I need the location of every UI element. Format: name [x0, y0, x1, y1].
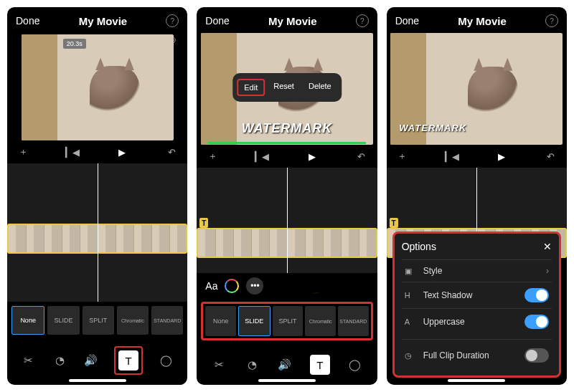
phone-screen-2: Done My Movie ? WATERMARK Edit Reset Del… [197, 7, 377, 385]
home-indicator[interactable] [448, 379, 505, 382]
toolbar: ✂ ◔ 🔊 T ◯ [7, 339, 187, 385]
option-uppercase: A Uppercase [402, 308, 552, 335]
timeline[interactable]: T [197, 168, 377, 273]
close-icon[interactable]: ✕ [543, 241, 552, 252]
style-split[interactable]: SPLIT [273, 306, 304, 336]
full-clip-toggle[interactable] [524, 348, 549, 363]
style-slide[interactable]: SLIDE [238, 306, 270, 336]
prev-icon[interactable]: ▎◀ [446, 150, 458, 162]
text-styles-row: None SLIDE SPLIT Chromatic STANDARD [201, 302, 372, 340]
title: My Movie [79, 15, 128, 27]
option-text-shadow: H Text Shadow [402, 282, 552, 308]
duration-badge: 20.3s [63, 39, 86, 49]
video-preview[interactable]: 20.3s [22, 34, 174, 140]
color-picker-icon[interactable] [225, 279, 239, 293]
style-split[interactable]: SPLIT [83, 306, 114, 335]
style-chromatic[interactable]: Chromatic [117, 306, 149, 335]
option-label: Style [423, 266, 539, 276]
play-icon[interactable]: ▶ [306, 150, 318, 162]
help-icon[interactable]: ? [545, 14, 558, 27]
play-icon[interactable]: ▶ [496, 150, 507, 162]
option-label: Full Clip Duration [423, 350, 517, 360]
scissors-icon[interactable]: ✂ [21, 353, 37, 368]
uppercase-icon: A [405, 317, 416, 326]
home-indicator[interactable] [69, 379, 126, 382]
shadow-icon: H [405, 291, 416, 300]
text-layer-marker[interactable]: T [199, 218, 208, 228]
option-style[interactable]: ▣ Style › [402, 259, 552, 282]
preview-content [468, 67, 518, 124]
options-panel: Options ✕ ▣ Style › H Text Shadow A Uppe… [392, 231, 561, 378]
font-button[interactable]: Aa [205, 280, 217, 292]
playback-controls: ＋ ▎◀ ▶ ↶ [387, 145, 567, 168]
uppercase-toggle[interactable] [524, 315, 549, 329]
done-button[interactable]: Done [205, 15, 229, 27]
more-options-icon[interactable]: ••• [246, 277, 263, 295]
watermark-text[interactable]: WATERMARK [399, 123, 466, 133]
filters-icon[interactable]: ◯ [159, 353, 174, 368]
help-icon[interactable]: ? [356, 14, 369, 27]
option-label: Uppercase [423, 317, 517, 327]
volume-icon[interactable]: 🔊 [83, 353, 99, 368]
options-title: Options [402, 241, 436, 252]
home-indicator[interactable] [258, 379, 316, 382]
text-shadow-toggle[interactable] [524, 288, 549, 302]
style-icon: ▣ [405, 267, 416, 276]
option-label: Text Shadow [423, 290, 517, 300]
add-icon[interactable]: ＋ [397, 150, 408, 162]
style-slide[interactable]: SLIDE [47, 306, 79, 335]
add-icon[interactable]: ＋ [17, 146, 29, 158]
clip[interactable] [7, 224, 187, 254]
play-icon[interactable]: ▶ [116, 146, 128, 158]
style-standard[interactable]: STANDARD [151, 306, 183, 335]
filters-icon[interactable]: ◯ [347, 357, 363, 373]
title: My Movie [458, 15, 507, 27]
style-chromatic[interactable]: Chromatic [305, 306, 336, 336]
title: My Movie [268, 15, 317, 27]
undo-icon[interactable]: ↶ [545, 150, 557, 162]
video-preview[interactable]: WATERMARK [390, 33, 563, 145]
add-icon[interactable]: ＋ [207, 150, 218, 162]
playback-controls: ＋ ▎◀ ▶ ↶ [7, 140, 187, 163]
delete-button[interactable]: Delete [303, 79, 337, 96]
text-popup: Edit Reset Delete [232, 73, 342, 102]
volume-icon[interactable]: 🔊 [277, 357, 293, 373]
done-button[interactable]: Done [395, 15, 419, 27]
scissors-icon[interactable]: ✂ [211, 357, 227, 373]
speed-icon[interactable]: ◔ [244, 357, 260, 373]
prev-icon[interactable]: ▎◀ [67, 146, 78, 158]
duration-icon: ◷ [405, 351, 416, 360]
clip[interactable] [197, 228, 377, 258]
chevron-right-icon: › [546, 266, 549, 276]
text-tool-button[interactable]: T [310, 355, 330, 375]
text-tool-button[interactable]: T [114, 346, 143, 375]
style-none[interactable]: None [205, 306, 236, 336]
undo-icon[interactable]: ↶ [356, 150, 367, 162]
playback-controls: ＋ ▎◀ ▶ ↶ [197, 145, 377, 168]
header: Done My Movie ? [7, 7, 187, 32]
undo-icon[interactable]: ↶ [166, 146, 177, 158]
phone-screen-1: Done My Movie ? ⊕ 20.3s ＋ ▎◀ ▶ ↶ None SL… [7, 7, 187, 385]
text-box-indicator[interactable] [208, 142, 366, 144]
text-styles-row: None SLIDE SPLIT Chromatic STANDARD [7, 302, 187, 339]
done-button[interactable]: Done [16, 15, 39, 27]
video-preview[interactable]: WATERMARK Edit Reset Delete [201, 33, 373, 145]
header: Done My Movie ? [197, 7, 377, 32]
style-standard[interactable]: STANDARD [338, 306, 369, 336]
text-format-bar: Aa ••• [197, 273, 377, 299]
help-icon[interactable]: ? [166, 14, 179, 27]
reset-button[interactable]: Reset [268, 79, 300, 96]
edit-button[interactable]: Edit [237, 79, 265, 96]
speed-icon[interactable]: ◔ [52, 353, 67, 368]
prev-icon[interactable]: ▎◀ [256, 150, 268, 162]
style-none[interactable]: None [11, 306, 44, 335]
watermark-text[interactable]: WATERMARK [242, 121, 333, 136]
preview-content [90, 66, 140, 123]
header: Done My Movie ? [387, 7, 567, 32]
option-full-clip: ◷ Full Clip Duration [402, 339, 552, 368]
timeline[interactable] [7, 163, 187, 302]
phone-screen-3: Done My Movie ? WATERMARK ＋ ▎◀ ▶ ↶ T Opt… [387, 7, 567, 385]
text-layer-marker[interactable]: T [390, 218, 398, 228]
